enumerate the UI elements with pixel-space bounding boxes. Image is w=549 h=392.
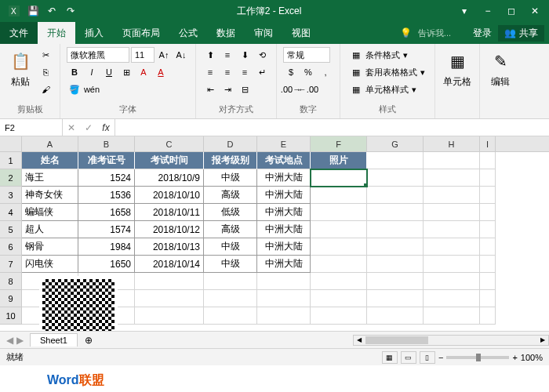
sheet-nav-prev-icon[interactable]: ◀ bbox=[6, 335, 13, 346]
cell[interactable] bbox=[311, 204, 367, 221]
cell[interactable]: 神奇女侠 bbox=[22, 187, 78, 204]
row-header-10[interactable]: 10 bbox=[0, 307, 22, 325]
conditional-format-button[interactable]: ▦条件格式▾ bbox=[347, 47, 428, 63]
cell[interactable] bbox=[367, 273, 424, 290]
minimize-icon[interactable]: − bbox=[477, 3, 499, 19]
tab-review[interactable]: 审阅 bbox=[245, 22, 282, 44]
wrap-text-icon[interactable]: ↵ bbox=[254, 64, 270, 80]
cell[interactable] bbox=[424, 152, 480, 169]
cell[interactable] bbox=[424, 307, 480, 325]
cell[interactable]: 高级 bbox=[204, 221, 257, 238]
col-header-F[interactable]: F bbox=[311, 136, 367, 151]
tab-layout[interactable]: 页面布局 bbox=[113, 22, 169, 44]
tab-file[interactable]: 文件 bbox=[0, 22, 38, 44]
normal-view-icon[interactable]: ▦ bbox=[382, 351, 398, 364]
cell[interactable]: 中洲大陆 bbox=[257, 169, 311, 187]
name-box[interactable]: F2 bbox=[0, 119, 63, 136]
paste-button[interactable]: 📋 粘贴 bbox=[6, 47, 35, 90]
cell[interactable]: 蝙蝠侠 bbox=[22, 204, 78, 221]
enter-formula-icon[interactable]: ✓ bbox=[80, 119, 97, 136]
page-layout-view-icon[interactable]: ▭ bbox=[401, 351, 416, 364]
cell[interactable] bbox=[367, 152, 424, 169]
cell[interactable]: 海王 bbox=[22, 169, 78, 187]
sheet-tab[interactable]: Sheet1 bbox=[30, 333, 78, 347]
font-size-select[interactable]: 11 bbox=[131, 47, 155, 63]
cell[interactable] bbox=[480, 238, 496, 256]
cell[interactable]: 考试时间 bbox=[135, 152, 204, 169]
font-color-icon[interactable]: A bbox=[153, 64, 169, 80]
cell[interactable] bbox=[311, 169, 367, 187]
cell[interactable]: 超人 bbox=[22, 221, 78, 238]
decrease-decimal-icon[interactable]: ←.00 bbox=[300, 82, 316, 97]
cell[interactable]: 1524 bbox=[78, 169, 135, 187]
tab-view[interactable]: 视图 bbox=[282, 22, 320, 44]
number-format-select[interactable]: 常规 bbox=[283, 47, 330, 63]
redo-icon[interactable]: ↷ bbox=[63, 3, 78, 19]
cell[interactable] bbox=[367, 238, 424, 256]
col-header-H[interactable]: H bbox=[424, 136, 480, 151]
sheet-nav-next-icon[interactable]: ▶ bbox=[16, 335, 24, 346]
increase-indent-icon[interactable]: ⇥ bbox=[220, 82, 235, 97]
align-center-icon[interactable]: ≡ bbox=[220, 64, 235, 80]
cell[interactable]: 中洲大陆 bbox=[257, 256, 311, 273]
cells-button[interactable]: ▦ 单元格 bbox=[442, 47, 473, 90]
col-header-B[interactable]: B bbox=[78, 136, 135, 151]
cell[interactable]: 2018/10/14 bbox=[135, 256, 204, 273]
page-break-view-icon[interactable]: ▯ bbox=[420, 351, 435, 364]
cell[interactable]: 姓名 bbox=[22, 152, 78, 169]
cell[interactable]: 准考证号 bbox=[78, 152, 135, 169]
cell[interactable] bbox=[311, 221, 367, 238]
col-header-G[interactable]: G bbox=[367, 136, 424, 151]
fx-icon[interactable]: fx bbox=[97, 119, 115, 136]
cell[interactable] bbox=[424, 238, 480, 256]
restore-icon[interactable]: ◻ bbox=[500, 3, 522, 19]
cell[interactable]: 中级 bbox=[204, 256, 257, 273]
cell[interactable] bbox=[424, 221, 480, 238]
decrease-font-icon[interactable]: A↓ bbox=[173, 47, 189, 63]
select-all-corner[interactable] bbox=[0, 136, 22, 151]
cell[interactable] bbox=[367, 187, 424, 204]
row-header-3[interactable]: 3 bbox=[0, 187, 22, 204]
cell[interactable]: 中洲大陆 bbox=[257, 204, 311, 221]
zoom-in-icon[interactable]: + bbox=[512, 353, 517, 362]
increase-decimal-icon[interactable]: .00→ bbox=[283, 82, 299, 97]
cell[interactable] bbox=[424, 273, 480, 290]
cut-icon[interactable]: ✂ bbox=[38, 47, 53, 63]
cell[interactable] bbox=[480, 221, 496, 238]
cell[interactable]: 2018/10/10 bbox=[135, 187, 204, 204]
row-header-7[interactable]: 7 bbox=[0, 256, 22, 273]
col-header-I[interactable]: I bbox=[480, 136, 496, 151]
cell[interactable]: 1658 bbox=[78, 204, 135, 221]
currency-icon[interactable]: $ bbox=[283, 64, 299, 80]
cell[interactable]: 低级 bbox=[204, 204, 257, 221]
save-icon[interactable]: 💾 bbox=[25, 3, 41, 19]
col-header-A[interactable]: A bbox=[22, 136, 78, 151]
col-header-E[interactable]: E bbox=[257, 136, 311, 151]
cell[interactable]: 1574 bbox=[78, 221, 135, 238]
increase-font-icon[interactable]: A↑ bbox=[156, 47, 172, 63]
cell[interactable] bbox=[257, 273, 311, 290]
cell[interactable] bbox=[135, 307, 204, 325]
cell[interactable] bbox=[367, 256, 424, 273]
row-header-2[interactable]: 2 bbox=[0, 169, 22, 187]
underline-button[interactable]: U bbox=[101, 64, 117, 80]
fill-color-icon[interactable]: 🪣 bbox=[67, 82, 82, 97]
cell[interactable] bbox=[311, 290, 367, 307]
cell[interactable] bbox=[311, 256, 367, 273]
cell[interactable] bbox=[480, 204, 496, 221]
tab-data[interactable]: 数据 bbox=[207, 22, 245, 44]
comma-icon[interactable]: , bbox=[318, 64, 333, 80]
row-header-5[interactable]: 5 bbox=[0, 221, 22, 238]
cell[interactable] bbox=[311, 238, 367, 256]
row-header-1[interactable]: 1 bbox=[0, 152, 22, 169]
row-header-4[interactable]: 4 bbox=[0, 204, 22, 221]
align-top-icon[interactable]: ⬆ bbox=[202, 47, 218, 63]
phonetic-icon[interactable]: wén bbox=[84, 82, 100, 97]
cell[interactable]: 中洲大陆 bbox=[257, 221, 311, 238]
zoom-out-icon[interactable]: − bbox=[438, 353, 443, 362]
cell[interactable]: 中级 bbox=[204, 169, 257, 187]
format-painter-icon[interactable]: 🖌 bbox=[38, 82, 53, 97]
row-header-9[interactable]: 9 bbox=[0, 290, 22, 307]
cell[interactable] bbox=[367, 307, 424, 325]
cell[interactable] bbox=[480, 290, 496, 307]
